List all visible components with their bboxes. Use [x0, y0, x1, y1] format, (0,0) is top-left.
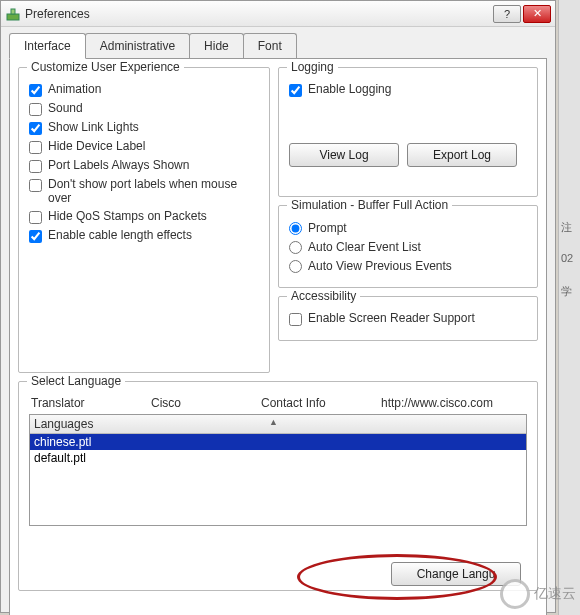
app-icon — [5, 6, 21, 22]
list-item[interactable]: default.ptl — [30, 450, 526, 466]
group-title-logging: Logging — [287, 60, 338, 74]
header-cisco: Cisco — [151, 396, 261, 410]
view-log-button[interactable]: View Log — [289, 143, 399, 167]
tab-interface[interactable]: Interface — [9, 33, 86, 59]
list-column-languages[interactable]: Languages ▲ — [30, 415, 526, 434]
header-translator: Translator — [31, 396, 151, 410]
tab-hide[interactable]: Hide — [189, 33, 244, 58]
svg-rect-1 — [11, 9, 15, 14]
help-button[interactable]: ? — [493, 5, 521, 23]
change-language-button[interactable]: Change Langu — [391, 562, 521, 586]
group-title-language: Select Language — [27, 374, 125, 388]
radio-auto-view[interactable]: Auto View Previous Events — [289, 258, 527, 273]
check-sound[interactable]: Sound — [29, 101, 259, 116]
group-title-simulation: Simulation - Buffer Full Action — [287, 198, 452, 212]
sort-indicator-icon: ▲ — [269, 417, 278, 427]
group-logging: Logging Enable Logging View Log Export L… — [278, 67, 538, 197]
group-customize: Customize User Experience Animation Soun… — [18, 67, 270, 373]
list-item[interactable]: chinese.ptl — [30, 434, 526, 450]
tab-font[interactable]: Font — [243, 33, 297, 58]
check-link-lights[interactable]: Show Link Lights — [29, 120, 259, 135]
background-strip: 注 02 学 — [558, 0, 580, 615]
close-button[interactable]: ✕ — [523, 5, 551, 23]
check-port-labels-always[interactable]: Port Labels Always Shown — [29, 158, 259, 173]
group-accessibility: Accessibility Enable Screen Reader Suppo… — [278, 296, 538, 341]
radio-auto-clear[interactable]: Auto Clear Event List — [289, 239, 527, 254]
tabs: Interface Administrative Hide Font — [1, 27, 555, 58]
group-simulation: Simulation - Buffer Full Action Prompt A… — [278, 205, 538, 288]
window-title: Preferences — [25, 7, 493, 21]
group-title-accessibility: Accessibility — [287, 289, 360, 303]
preferences-window: Preferences ? ✕ Interface Administrative… — [0, 0, 556, 613]
check-hide-device-label[interactable]: Hide Device Label — [29, 139, 259, 154]
language-headers: Translator Cisco Contact Info http://www… — [29, 392, 527, 414]
check-hide-qos[interactable]: Hide QoS Stamps on Packets — [29, 209, 259, 224]
check-cable-length[interactable]: Enable cable length effects — [29, 228, 259, 243]
svg-rect-0 — [7, 14, 19, 20]
check-screen-reader[interactable]: Enable Screen Reader Support — [289, 311, 527, 326]
titlebar: Preferences ? ✕ — [1, 1, 555, 27]
check-animation[interactable]: Animation — [29, 82, 259, 97]
tab-panel: Customize User Experience Animation Soun… — [9, 58, 547, 615]
group-select-language: Select Language Translator Cisco Contact… — [18, 381, 538, 591]
group-title-customize: Customize User Experience — [27, 60, 184, 74]
header-contact: Contact Info — [261, 396, 381, 410]
window-controls: ? ✕ — [493, 5, 551, 23]
language-listbox[interactable]: Languages ▲ chinese.ptl default.ptl — [29, 414, 527, 526]
export-log-button[interactable]: Export Log — [407, 143, 517, 167]
tab-administrative[interactable]: Administrative — [85, 33, 190, 58]
check-no-port-labels-hover[interactable]: Don't show port labels when mouse over — [29, 177, 259, 205]
radio-prompt[interactable]: Prompt — [289, 220, 527, 235]
check-enable-logging[interactable]: Enable Logging — [289, 82, 527, 97]
header-url: http://www.cisco.com — [381, 396, 525, 410]
